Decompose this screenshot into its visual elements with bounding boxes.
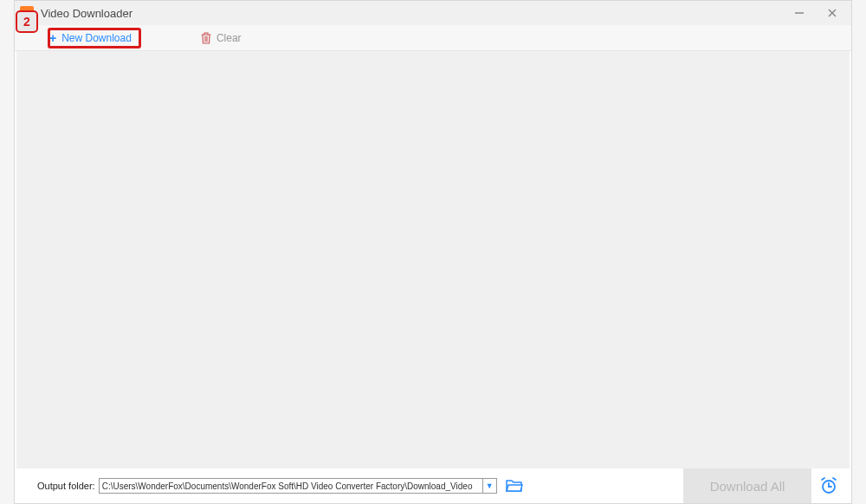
new-download-label: New Download [61, 32, 132, 44]
window-controls [794, 8, 844, 18]
step-number-badge: 2 [16, 10, 38, 33]
svg-line-6 [822, 478, 824, 480]
download-all-button[interactable]: Download All [683, 468, 811, 503]
titlebar: Video Downloader [15, 1, 851, 25]
svg-line-7 [833, 478, 836, 480]
output-folder-combobox[interactable]: ▼ [99, 478, 497, 494]
download-all-label: Download All [710, 479, 785, 494]
close-button[interactable] [827, 8, 844, 18]
alarm-clock-icon [819, 476, 838, 495]
footer: Output folder: ▼ Download All [15, 468, 851, 503]
clear-button[interactable]: Clear [201, 32, 242, 44]
video-downloader-window: Video Downloader + New Download Clear Ou… [14, 0, 852, 504]
window-title: Video Downloader [41, 7, 794, 20]
trash-icon [201, 32, 211, 44]
plus-icon: + [49, 31, 56, 45]
download-list-area [16, 51, 850, 470]
browse-folder-button[interactable] [506, 479, 523, 493]
new-download-button[interactable]: + New Download [49, 31, 132, 45]
clear-label: Clear [216, 32, 242, 44]
minimize-button[interactable] [794, 8, 811, 18]
scheduler-button[interactable] [811, 468, 846, 503]
output-folder-input[interactable] [100, 479, 482, 493]
chevron-down-icon[interactable]: ▼ [482, 479, 496, 493]
folder-icon [506, 479, 523, 493]
toolbar: + New Download Clear [15, 25, 851, 51]
output-folder-label: Output folder: [37, 481, 95, 491]
